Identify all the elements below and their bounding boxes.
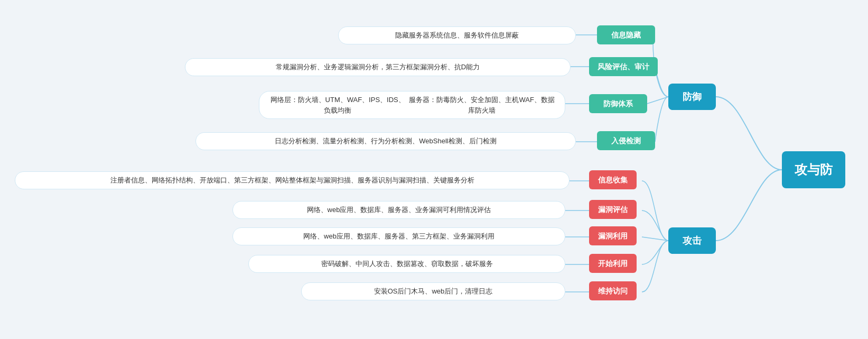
tag-loudong-pingu: 漏洞评估 — [589, 200, 637, 219]
tag-loudong-liyong: 漏洞利用 — [589, 226, 637, 245]
tag-weichu-fangwen: 维持访问 — [589, 281, 637, 300]
tag-xinxi-shouji: 信息收集 — [589, 170, 637, 189]
defense-node: 防御 — [668, 84, 716, 110]
desc-kaishi-liyong-text: 密码破解、中间人攻击、数据篡改、窃取数据，破坏服务 — [321, 259, 493, 269]
desc-fangyu-tixi-line1: 网络层：防火墙、UTM、WAF、IPS、IDS、负载均衡 — [268, 95, 407, 115]
svg-line-2 — [647, 97, 668, 104]
tag-fengxian-label: 风险评估、审计 — [598, 61, 649, 72]
tag-xinxi-yincang-label: 信息隐藏 — [611, 30, 641, 41]
mind-map: 攻与防 防御 攻击 信息隐藏 隐藏服务器系统信息、服务软件信息屏蔽 风险评估、审… — [0, 0, 868, 339]
tag-kaishi-liyong-label: 开始利用 — [598, 258, 628, 269]
tag-ruqin: 入侵检测 — [597, 131, 655, 150]
desc-xinxi-shouji: 注册者信息、网络拓扑结构、开放端口、第三方框架、网站整体框架与漏洞扫描、服务器识… — [15, 171, 570, 189]
tag-weichu-fangwen-label: 维持访问 — [598, 286, 628, 297]
tag-ruqin-label: 入侵检测 — [611, 135, 641, 146]
defense-label: 防御 — [683, 90, 702, 104]
desc-weichu-fangwen: 安装OS后门木马、web后门，清理日志 — [301, 282, 565, 300]
central-node: 攻与防 — [782, 151, 845, 188]
tag-loudong-pingu-label: 漏洞评估 — [598, 204, 628, 215]
desc-fengxian: 常规漏洞分析、业务逻辑漏洞分析，第三方框架漏洞分析、抗D能力 — [185, 58, 571, 76]
desc-loudong-pingu-text: 网络、web应用、数据库、服务器、业务漏洞可利用情况评估 — [307, 205, 491, 215]
central-label: 攻与防 — [795, 160, 833, 179]
tag-loudong-liyong-label: 漏洞利用 — [598, 231, 628, 242]
tag-fangyu-tixi: 防御体系 — [589, 94, 647, 113]
desc-fangyu-tixi: 网络层：防火墙、UTM、WAF、IPS、IDS、负载均衡 服务器：防毒防火、安全… — [259, 91, 565, 119]
svg-line-4 — [642, 237, 668, 241]
tag-fengxian: 风险评估、审计 — [589, 57, 658, 76]
desc-ruqin: 日志分析检测、流量分析检测、行为分析检测、WebShell检测、后门检测 — [195, 132, 576, 150]
tag-fangyu-tixi-label: 防御体系 — [603, 98, 633, 109]
tag-xinxi-yincang: 信息隐藏 — [597, 25, 655, 44]
desc-loudong-liyong: 网络、web应用、数据库、服务器、第三方框架、业务漏洞利用 — [232, 227, 565, 245]
desc-ruqin-text: 日志分析检测、流量分析检测、行为分析检测、WebShell检测、后门检测 — [275, 136, 496, 146]
desc-xinxi-shouji-text: 注册者信息、网络拓扑结构、开放端口、第三方框架、网站整体框架与漏洞扫描、服务器识… — [110, 175, 474, 186]
desc-xinxi-yincang: 隐藏服务器系统信息、服务软件信息屏蔽 — [338, 26, 576, 44]
desc-kaishi-liyong: 密码破解、中间人攻击、数据篡改、窃取数据，破坏服务 — [248, 255, 565, 273]
desc-weichu-fangwen-text: 安装OS后门木马、web后门，清理日志 — [374, 286, 493, 297]
tag-xinxi-shouji-label: 信息收集 — [598, 175, 628, 186]
tag-kaishi-liyong: 开始利用 — [589, 254, 637, 273]
attack-label: 攻击 — [683, 234, 702, 248]
desc-loudong-liyong-text: 网络、web应用、数据库、服务器、第三方框架、业务漏洞利用 — [303, 231, 494, 242]
desc-fengxian-text: 常规漏洞分析、业务逻辑漏洞分析，第三方框架漏洞分析、抗D能力 — [276, 62, 480, 72]
desc-fangyu-tixi-line2: 服务器：防毒防火、安全加固、主机WAF、数据库防火墙 — [407, 95, 556, 115]
desc-loudong-pingu: 网络、web应用、数据库、服务器、业务漏洞可利用情况评估 — [232, 201, 565, 219]
attack-node: 攻击 — [668, 227, 716, 254]
desc-xinxi-yincang-text: 隐藏服务器系统信息、服务软件信息屏蔽 — [395, 30, 519, 41]
